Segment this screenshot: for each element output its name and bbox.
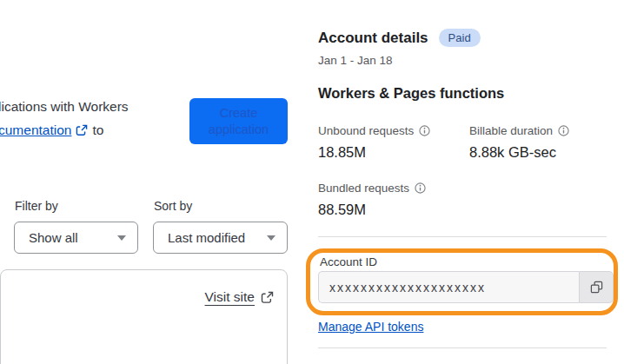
site-list-card	[0, 269, 288, 364]
intro-text-line1: lications with Workers	[0, 99, 129, 115]
account-id-input[interactable]	[318, 271, 579, 303]
external-link-icon	[261, 291, 274, 304]
billing-date-range: Jan 1 - Jan 18	[318, 54, 393, 67]
sort-by-label: Sort by	[154, 199, 192, 213]
account-details-header: Account details Paid	[318, 29, 481, 47]
stat-label: Unbound requests	[318, 124, 414, 137]
visit-site-label: Visit site	[205, 289, 255, 305]
stat-value: 8.88k GB-sec	[469, 144, 569, 161]
intro-line2-suffix: to	[92, 122, 103, 138]
chevron-down-icon	[117, 235, 126, 241]
stat-label: Billable duration	[469, 124, 553, 137]
create-button-label-line2: application	[209, 122, 269, 138]
filter-dropdown[interactable]: Show all	[14, 222, 138, 254]
external-link-icon	[76, 124, 88, 136]
filter-by-label: Filter by	[15, 199, 58, 213]
workers-pages-screen: lications with Workers cumentation to Cr…	[0, 0, 624, 364]
sort-dropdown[interactable]: Last modified	[153, 222, 288, 254]
account-details-title: Account details	[318, 30, 428, 47]
manage-api-tokens-link[interactable]: Manage API tokens	[318, 320, 423, 334]
create-button-label-line1: Create	[220, 105, 258, 122]
stat-bundled-requests: Bundled requests 88.59M	[318, 182, 426, 218]
visit-site-link[interactable]: Visit site	[205, 289, 274, 305]
divider	[318, 236, 607, 237]
stat-value: 18.85M	[318, 144, 430, 161]
filter-dropdown-value: Show all	[29, 230, 78, 245]
account-id-row	[318, 271, 614, 303]
copy-icon	[590, 281, 603, 294]
create-application-button[interactable]: Create application	[189, 98, 288, 144]
stat-unbound-requests: Unbound requests 18.85M	[318, 124, 430, 161]
copy-button[interactable]	[579, 271, 614, 303]
stat-billable-duration: Billable duration 8.88k GB-sec	[469, 124, 569, 161]
chevron-down-icon	[267, 235, 275, 241]
account-id-label: Account ID	[320, 255, 377, 268]
divider	[318, 347, 607, 348]
sort-dropdown-value: Last modified	[168, 230, 245, 245]
intro-text-line2: cumentation to	[0, 122, 103, 138]
functions-section-title: Workers & Pages functions	[318, 85, 504, 102]
info-icon[interactable]	[415, 182, 426, 194]
info-icon[interactable]	[558, 125, 569, 136]
stat-value: 88.59M	[318, 202, 426, 218]
stat-label: Bundled requests	[318, 182, 409, 195]
plan-badge: Paid	[439, 29, 481, 47]
info-icon[interactable]	[419, 125, 430, 136]
documentation-link[interactable]: cumentation	[0, 122, 71, 138]
